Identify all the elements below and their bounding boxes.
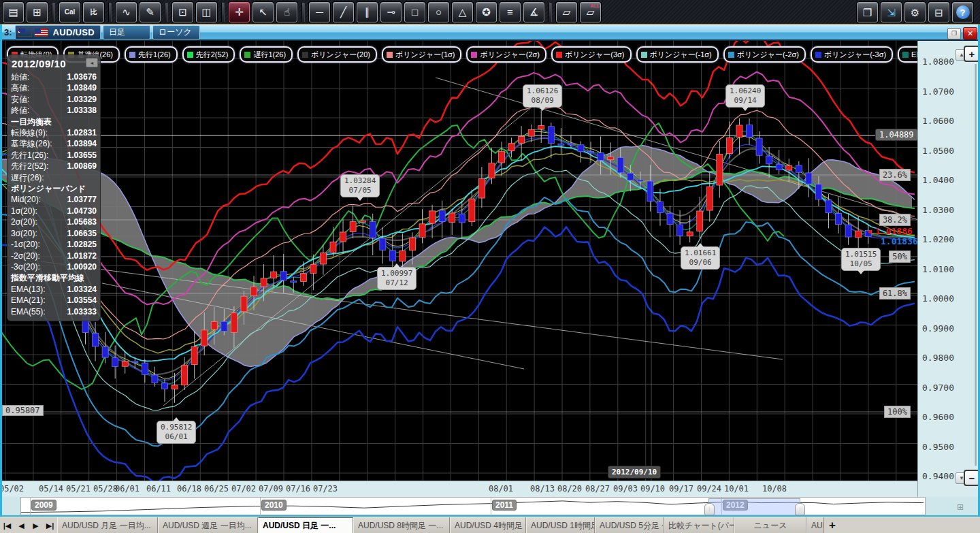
windows-icon[interactable]: ❐: [857, 2, 878, 22]
line-study-icon[interactable]: ∿: [116, 2, 137, 22]
timeframe-selector[interactable]: 日足: [103, 25, 150, 39]
chart-window-titlebar[interactable]: 3: AUD/USD 日足 ローソク ❐ ✕: [0, 25, 980, 41]
triangle-tool-icon[interactable]: △: [452, 2, 473, 22]
gann-tool-icon[interactable]: ✪: [476, 2, 497, 22]
data-panel-row-label: 高値:: [11, 82, 29, 93]
cursor-icon[interactable]: ↖: [252, 2, 274, 22]
candle-up: [519, 137, 525, 144]
selection-left-handle[interactable]: ⋮: [704, 503, 715, 515]
candle-up: [261, 278, 267, 287]
chart-tab[interactable]: AUD/USD 8時間足 一...: [353, 517, 450, 533]
hline-tool-icon[interactable]: ─: [309, 2, 330, 22]
chart-canvas-area[interactable]: 転換線(9)基準線(26)先行1(26)先行2(52)遅行1(26)ボリンジャー…: [0, 41, 917, 481]
indicator-label: ボリンジャー(-2σ): [737, 50, 799, 60]
candle-up: [409, 238, 415, 251]
chart-tab[interactable]: AUD: [806, 517, 824, 533]
new-chart-icon[interactable]: ⊞: [27, 2, 48, 22]
indicator-label: ボリンジャー(2σ): [480, 50, 540, 60]
data-panel-row-label: 安値:: [11, 94, 29, 105]
chart-application-window: ▤⊞Cal比∿✎⊡◫✛↖☝─╱∥⊸□○△✪≡∡▱▱ALL ❐⇲⚙⊟? 3: AU…: [0, 0, 980, 533]
pencil-icon[interactable]: ✎: [140, 2, 161, 22]
price-tick-label: 1.0500: [922, 146, 954, 156]
hand-icon[interactable]: ☝: [276, 2, 297, 22]
annotation-pointer: [393, 263, 400, 268]
date-tick-label: 08/01: [489, 484, 513, 494]
data-panel-row-label: 基準線(26):: [11, 138, 52, 149]
indicator-label: 先行2(52): [196, 50, 229, 60]
calendar-icon[interactable]: Cal: [59, 2, 80, 22]
chart-list-icon[interactable]: ▤: [3, 2, 24, 22]
chart-tab-bar: |◀◀▶▶|AUD/USD 月足 一目均...AUD/USD 週足 一目均...…: [0, 517, 980, 533]
navigator-strip[interactable]: 2009201020112012⋮⋮: [20, 497, 926, 515]
close-window-button[interactable]: ✕: [963, 27, 977, 39]
tab-scroll-button[interactable]: |◀: [0, 517, 14, 533]
chart-tab[interactable]: AUD/USD 5分足 一目...: [595, 517, 664, 533]
data-panel-section-header: 一目均衡表: [11, 116, 97, 127]
indicator-toggle-button[interactable]: ボリンジャー(-3σ): [811, 46, 893, 63]
chart-tab[interactable]: AUD/USD 4時間足 一...: [450, 517, 526, 533]
data-panel-row-label: -3σ(20):: [11, 261, 40, 272]
indicator-toggle-button[interactable]: ボリンジャー(-2σ): [723, 46, 806, 63]
indicator-toggle-button[interactable]: ボリンジャー(20): [297, 46, 377, 63]
eraser-all-icon[interactable]: ▱ALL: [580, 2, 601, 22]
indicator-toggle-button[interactable]: ボリンジャー(3σ): [551, 46, 632, 63]
restore-window-button[interactable]: ❐: [947, 28, 961, 39]
fullscreen-icon[interactable]: ⇲: [881, 2, 902, 22]
tab-scroll-button[interactable]: ▶|: [43, 517, 57, 533]
candle-down: [578, 145, 584, 152]
print-icon[interactable]: ⊟: [928, 2, 949, 22]
price-chart-svg[interactable]: [0, 41, 917, 481]
circle-tool-icon[interactable]: ○: [428, 2, 449, 22]
compare-icon[interactable]: 比: [83, 2, 104, 22]
settings-gear-icon[interactable]: ⚙: [904, 2, 926, 22]
save-icon[interactable]: ◫: [196, 2, 217, 22]
selection-right-handle[interactable]: ⋮: [795, 503, 805, 515]
data-panel-row: 終値:1.03338: [11, 105, 97, 116]
indicator-toggle-button[interactable]: EMA(13): [898, 46, 917, 63]
indicator-toggle-button[interactable]: ボリンジャー(-1σ): [636, 46, 719, 63]
tab-scroll-button[interactable]: ◀: [14, 517, 29, 533]
indicator-toggle-button[interactable]: 遅行1(26): [240, 46, 293, 63]
fan-tool-icon[interactable]: ∡: [523, 2, 544, 22]
chart-settings-icon[interactable]: ⊡: [172, 2, 193, 22]
navigator-selection[interactable]: [708, 498, 800, 516]
annotation-pointer: [539, 107, 546, 111]
candle-down: [598, 152, 604, 160]
chart-tab[interactable]: AUD/USD 週足 一目均...: [158, 517, 258, 533]
navigator-grid-icon[interactable]: ⊞: [957, 502, 964, 512]
rectangle-tool-icon[interactable]: □: [404, 2, 425, 22]
candle-down: [112, 358, 118, 367]
indicator-toggle-button[interactable]: ボリンジャー(1σ): [382, 46, 462, 63]
annotation-line: 1.06240: [730, 86, 761, 96]
tab-scroll-button[interactable]: ▶: [29, 517, 43, 533]
chart-tab[interactable]: ニュース: [734, 517, 806, 533]
crosshair-icon[interactable]: ✛: [229, 2, 250, 22]
parallel-lines-tool-icon[interactable]: ∥: [357, 2, 378, 22]
vertical-scrollbar[interactable]: [974, 64, 977, 466]
candle-up: [330, 242, 336, 253]
indicator-toggle-button[interactable]: ボリンジャー(2σ): [466, 46, 546, 63]
eraser-icon[interactable]: ▱: [556, 2, 577, 22]
chart-type-selector[interactable]: ローソク: [152, 25, 200, 39]
indicator-color-swatch: [902, 52, 909, 58]
ray-tool-icon[interactable]: ⊸: [380, 2, 402, 22]
candle-up: [736, 125, 742, 138]
data-panel-row: 3σ(20):1.06635: [11, 228, 97, 239]
currency-pair-selector[interactable]: AUD/USD: [15, 25, 101, 39]
candle-up: [726, 138, 732, 153]
chart-tab[interactable]: 比較チャート(パーセント...: [664, 517, 734, 533]
indicator-toggle-button[interactable]: 先行2(52): [182, 46, 235, 63]
chart-tab[interactable]: AUD/USD 月足 一目均...: [57, 517, 158, 533]
add-tab-button[interactable]: +: [824, 517, 840, 533]
collapse-panel-button[interactable]: ◄: [86, 58, 98, 67]
candle-down: [548, 127, 554, 144]
window-frame-left: [0, 25, 2, 515]
chart-tab[interactable]: AUD/USD 1時間足 一...: [526, 517, 595, 533]
indicator-toggle-button[interactable]: 先行1(26): [125, 46, 178, 63]
chart-tab[interactable]: AUD/USD 日足 一...: [258, 517, 353, 533]
price-tick-label: 1.0000: [922, 293, 954, 304]
trendline-tool-icon[interactable]: ╱: [333, 2, 354, 22]
help-icon[interactable]: ?: [952, 2, 973, 22]
fibonacci-tool-icon[interactable]: ≡: [500, 2, 521, 22]
usa-flag-icon: [34, 28, 48, 37]
